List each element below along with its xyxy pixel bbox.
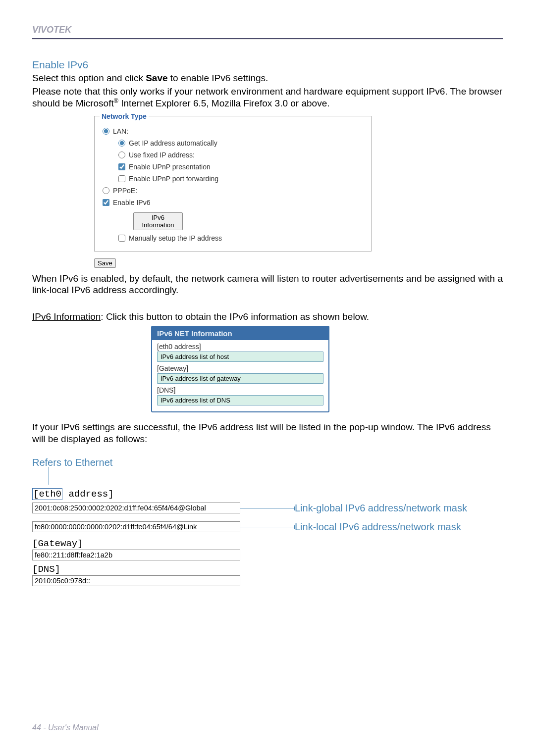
registered-mark: ® (114, 98, 118, 104)
fixed-ip-label: Use fixed IP address: (129, 151, 195, 159)
ipv6-info-underline: IPv6 Information (32, 311, 101, 322)
gateway-field: IPv6 address list of gateway (157, 373, 323, 384)
text: Internet Explorer 6.5, Mozilla Firefox 3… (118, 98, 330, 108)
page-footer: 44 - User's Manual (32, 723, 99, 732)
eth0-highlight: [eth0 (32, 488, 62, 500)
save-button[interactable]: Save (94, 258, 116, 268)
upnp-presentation-label: Enable UPnP presentation (129, 163, 211, 171)
enable-ipv6-label: Enable IPv6 (113, 199, 151, 206)
callout-global: Link-global IPv6 address/network mask (295, 500, 503, 516)
upnp-port-label: Enable UPnP port forwarding (129, 175, 218, 183)
eth0-address-field: IPv6 address list of host (157, 352, 323, 362)
text: to enable IPv6 settings. (168, 73, 268, 83)
global-address-value: 2001:0c08:2500:0002:0202:d1ff:fe04:65f4/… (32, 503, 240, 513)
ipv6-net-info-panel: IPv6 NET Information [eth0 address] IPv6… (151, 326, 329, 412)
intro-paragraph-1: Select this option and click Save to ena… (32, 72, 503, 84)
get-ip-label: Get IP address automatically (129, 139, 217, 147)
network-type-fieldset: Network Type LAN: Get IP address automat… (94, 112, 372, 252)
enable-ipv6-checkbox[interactable] (103, 199, 109, 206)
ipv6-success-paragraph: If your IPv6 settings are successful, th… (32, 421, 503, 445)
gateway-label: [Gateway] (152, 362, 328, 372)
callout-link: Link-local IPv6 address/network mask (295, 519, 503, 535)
link-address-value: fe80:0000:0000:0000:0202:d1ff:fe04:65f4/… (32, 521, 240, 532)
gateway-heading: [Gateway] (32, 538, 240, 549)
refers-indicator-line (49, 467, 49, 485)
lan-label: LAN: (113, 127, 128, 135)
dns-value: 2010:05c0:978d:: (32, 575, 240, 586)
upnp-port-checkbox[interactable] (118, 175, 125, 182)
ipv6-panel-title: IPv6 NET Information (152, 327, 328, 340)
dns-label: [DNS] (152, 384, 328, 394)
upnp-port-row[interactable]: Enable UPnP port forwarding (118, 175, 366, 183)
eth0-address-heading: [eth0 address] (32, 489, 503, 500)
refers-to-ethernet-label: Refers to Ethernet (32, 457, 503, 468)
link-address-row: fe80:0000:0000:0000:0202:d1ff:fe04:65f4/… (32, 519, 503, 535)
get-ip-row[interactable]: Get IP address automatically (118, 139, 366, 147)
manual-ip-row[interactable]: Manually setup the IP address (118, 234, 366, 242)
network-type-panel: Network Type LAN: Get IP address automat… (94, 112, 372, 252)
gateway-value: fe80::211:d8ff:fea2:1a2b (32, 550, 240, 560)
pppoe-row[interactable]: PPPoE: (103, 187, 366, 195)
ethernet-example-block: Refers to Ethernet [eth0 address] 2001:0… (32, 457, 503, 586)
dns-field: IPv6 address list of DNS (157, 395, 323, 405)
text: address] (63, 489, 114, 500)
ipv6-info-paragraph: IPv6 Information: Click this button to o… (32, 311, 503, 323)
global-address-row: 2001:0c08:2500:0002:0202:d1ff:fe04:65f4/… (32, 500, 503, 516)
text: Select this option and click (32, 73, 146, 83)
fixed-ip-radio[interactable] (118, 151, 125, 158)
save-bold: Save (146, 73, 167, 83)
callout-connector (240, 508, 295, 508)
pppoe-label: PPPoE: (113, 187, 137, 195)
eth0-address-label: [eth0 address] (152, 340, 328, 351)
intro-paragraph-2: Please note that this only works if your… (32, 86, 503, 109)
enable-ipv6-row[interactable]: Enable IPv6 (103, 199, 366, 206)
manual-ip-label: Manually setup the IP address (129, 234, 222, 242)
ipv6-information-button[interactable]: IPv6 Information (133, 212, 183, 230)
callout-connector (240, 527, 295, 527)
text: : Click this button to obtain the IPv6 i… (101, 311, 369, 322)
pppoe-radio[interactable] (103, 187, 109, 194)
header-divider (32, 38, 503, 40)
upnp-presentation-checkbox[interactable] (118, 163, 125, 170)
ipv6-enabled-paragraph: When IPv6 is enabled, by default, the ne… (32, 273, 503, 297)
get-ip-radio[interactable] (118, 140, 125, 147)
upnp-presentation-row[interactable]: Enable UPnP presentation (118, 163, 366, 171)
manual-ip-checkbox[interactable] (118, 235, 125, 242)
brand-header: VIVOTEK (32, 25, 503, 35)
fixed-ip-row[interactable]: Use fixed IP address: (118, 151, 366, 159)
lan-row[interactable]: LAN: (103, 127, 366, 135)
network-type-legend: Network Type (100, 112, 149, 120)
gateway-dns-column: [Gateway] fe80::211:d8ff:fea2:1a2b [DNS]… (32, 538, 240, 586)
dns-heading: [DNS] (32, 564, 240, 575)
section-title-enable-ipv6: Enable IPv6 (32, 59, 503, 71)
lan-radio[interactable] (103, 128, 109, 135)
